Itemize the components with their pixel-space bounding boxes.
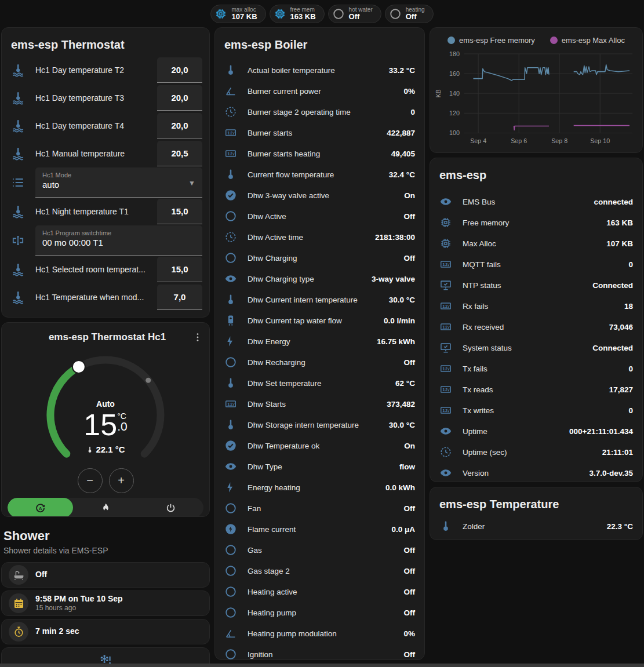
sensor-row[interactable]: Dhw RechargingOff bbox=[215, 352, 424, 373]
dial-handle[interactable] bbox=[72, 360, 85, 373]
sensor-row[interactable]: Actual boiler temperature33.2 °C bbox=[215, 60, 424, 81]
hvac-mode-row: A bbox=[8, 498, 203, 517]
sensor-value: 30.0 °C bbox=[389, 296, 415, 304]
number-input[interactable]: 7,0 bbox=[157, 285, 202, 310]
heat-mode-button[interactable] bbox=[73, 498, 139, 517]
eye-icon bbox=[224, 460, 237, 473]
sensor-row[interactable]: 12Burner starts422,887 bbox=[215, 122, 424, 143]
shower-tile[interactable]: 7 min 2 sec bbox=[1, 619, 210, 644]
sensor-row[interactable]: Burner stage 2 operating time0 bbox=[215, 101, 424, 122]
svg-text:180: 180 bbox=[449, 50, 460, 57]
sensor-row[interactable]: IgnitionOff bbox=[215, 644, 424, 660]
badge-free-mem[interactable]: free mem163 KB bbox=[270, 5, 325, 23]
shower-tile[interactable]: Off bbox=[1, 562, 210, 588]
sensor-row[interactable]: Dhw Current tap water flow0.0 l/min bbox=[215, 310, 424, 331]
sensor-row[interactable]: NTP statusConnected bbox=[430, 275, 642, 296]
memory-chart-card[interactable]: ems-esp Free memoryems-esp Max Alloc 100… bbox=[430, 27, 643, 153]
sensor-row[interactable]: Heating activeOff bbox=[215, 581, 424, 602]
entity-label: Hc1 Night temperature T1 bbox=[35, 207, 157, 216]
sensor-value: 3-way valve bbox=[372, 275, 415, 283]
number-input[interactable]: 20,0 bbox=[157, 113, 202, 138]
off-mode-button[interactable] bbox=[138, 498, 203, 517]
sensor-row[interactable]: Dhw 3-way valve activeOn bbox=[215, 185, 424, 206]
number-input[interactable]: 15,0 bbox=[157, 199, 202, 224]
sensor-value: flow bbox=[399, 462, 415, 471]
sensor-row[interactable]: FanOff bbox=[215, 498, 424, 519]
badge-max-alloc[interactable]: max alloc107 KB bbox=[210, 5, 265, 23]
sensor-row[interactable]: Gas stage 2Off bbox=[215, 560, 424, 581]
sensor-label: Dhw Type bbox=[248, 462, 395, 471]
number-input[interactable]: 15,0 bbox=[157, 257, 202, 282]
sensor-row[interactable]: 12Dhw Starts373,482 bbox=[215, 393, 424, 414]
sensor-row[interactable]: System statusConnected bbox=[430, 337, 642, 358]
temp-increase-button[interactable]: + bbox=[109, 468, 134, 493]
sensor-row[interactable]: Uptime000+21:11:01.434 bbox=[430, 421, 642, 442]
sensor-value: 49,405 bbox=[391, 150, 415, 158]
sensor-label: Dhw Charging bbox=[248, 254, 399, 263]
sensor-row[interactable]: 12Tx reads17,827 bbox=[430, 379, 642, 400]
sensor-row[interactable]: Dhw Energy16.75 kWh bbox=[215, 331, 424, 352]
entity-row: Hc1 Modeauto▼ bbox=[2, 167, 209, 198]
sensor-row[interactable]: Current flow temperature32.4 °C bbox=[215, 164, 424, 185]
sensor-row[interactable]: Free memory163 KB bbox=[430, 212, 642, 233]
auto-mode-button[interactable]: A bbox=[8, 498, 73, 517]
sensor-row[interactable]: 12Rx fails18 bbox=[430, 296, 642, 316]
temp-decrease-button[interactable]: − bbox=[78, 468, 103, 493]
sensor-row[interactable]: Dhw ChargingOff bbox=[215, 247, 424, 268]
sensor-row[interactable]: EMS Busconnected bbox=[430, 191, 642, 212]
sensor-row[interactable]: 12MQTT fails0 bbox=[430, 254, 642, 275]
sensor-row[interactable]: Version3.7.0-dev.35 bbox=[430, 462, 642, 482]
sensor-row[interactable]: Max Alloc107 KB bbox=[430, 233, 642, 254]
select-field[interactable]: Hc1 Modeauto▼ bbox=[35, 167, 202, 198]
entity-row: Hc1 Night temperature T115,0 bbox=[2, 198, 209, 225]
svg-text:2: 2 bbox=[230, 130, 233, 136]
legend-item[interactable]: ems-esp Max Alloc bbox=[550, 36, 625, 45]
sensor-label: Uptime bbox=[463, 427, 565, 436]
shower-tile[interactable]: 9:58 PM on Tue 10 Sep15 hours ago bbox=[1, 591, 210, 616]
sensor-row[interactable]: Dhw Charging type3-way valve bbox=[215, 268, 424, 289]
number-input[interactable]: 20,0 bbox=[157, 57, 202, 83]
tile-secondary-text: 15 hours ago bbox=[35, 604, 123, 613]
sensor-row[interactable]: Flame current0.0 μA bbox=[215, 519, 424, 540]
sensor-row[interactable]: Energy heating0.0 kWh bbox=[215, 477, 424, 498]
dashboard: max alloc107 KBfree mem163 KBhot waterOf… bbox=[0, 0, 644, 667]
number-input[interactable]: 20,5 bbox=[157, 141, 202, 166]
field-label: Hc1 Program switchtime bbox=[42, 229, 195, 236]
svg-text:120: 120 bbox=[449, 110, 460, 116]
sensor-row[interactable]: Dhw Storage intern temperature30.0 °C bbox=[215, 414, 424, 435]
chip-icon bbox=[439, 237, 452, 250]
sensor-row[interactable]: Heating pump modulation0% bbox=[215, 623, 424, 644]
thermometer-icon bbox=[224, 293, 237, 306]
legend-item[interactable]: ems-esp Free memory bbox=[447, 36, 535, 45]
counter-icon: 12 bbox=[224, 126, 237, 139]
sensor-row[interactable]: 12Burner starts heating49,405 bbox=[215, 143, 424, 164]
sensor-row[interactable]: Dhw Set temperature62 °C bbox=[215, 373, 424, 393]
sensor-row[interactable]: Dhw Active time2181:38:00 bbox=[215, 227, 424, 247]
middle-column: ems-esp Boiler Actual boiler temperature… bbox=[214, 27, 425, 660]
entity-label: Hc1 Temperature when mod... bbox=[35, 293, 157, 302]
number-input[interactable]: 20,0 bbox=[157, 85, 202, 111]
sensor-row[interactable]: 12Tx fails0 bbox=[430, 358, 642, 379]
sensor-row[interactable]: Uptime (sec)21:11:01 bbox=[430, 442, 642, 462]
sensor-row[interactable]: Dhw Typeflow bbox=[215, 456, 424, 477]
badge-heating[interactable]: heatingOff bbox=[385, 5, 434, 23]
more-options-icon[interactable] bbox=[192, 331, 203, 344]
sensor-value: 0 bbox=[628, 260, 633, 269]
check-circle-icon bbox=[224, 439, 237, 452]
sensor-row[interactable]: Dhw Temperature okOn bbox=[215, 435, 424, 456]
thermostat-dial[interactable]: Auto 15°C.0 22.1 °C − + bbox=[2, 344, 209, 490]
sensor-value: Connected bbox=[592, 344, 633, 352]
sensor-row[interactable]: GasOff bbox=[215, 540, 424, 560]
sensor-row[interactable]: 12Tx writes0 bbox=[430, 400, 642, 421]
dial-arc bbox=[39, 348, 172, 482]
sensor-row[interactable]: 12Rx received73,046 bbox=[430, 316, 642, 337]
sensor-row[interactable]: Dhw Current intern temperature30.0 °C bbox=[215, 289, 424, 310]
sensor-row[interactable]: Dhw ActiveOff bbox=[215, 206, 424, 227]
sensor-value: On bbox=[404, 191, 415, 200]
sensor-row[interactable]: Burner current power0% bbox=[215, 81, 424, 101]
sensor-row[interactable]: Heating pumpOff bbox=[215, 602, 424, 623]
sensor-row[interactable]: Zolder22.3 °C bbox=[430, 516, 642, 537]
counter-icon: 12 bbox=[439, 300, 452, 312]
text-field[interactable]: Hc1 Program switchtime00 mo 00:00 T1 bbox=[35, 225, 202, 256]
badge-hot-water[interactable]: hot waterOff bbox=[328, 5, 381, 23]
